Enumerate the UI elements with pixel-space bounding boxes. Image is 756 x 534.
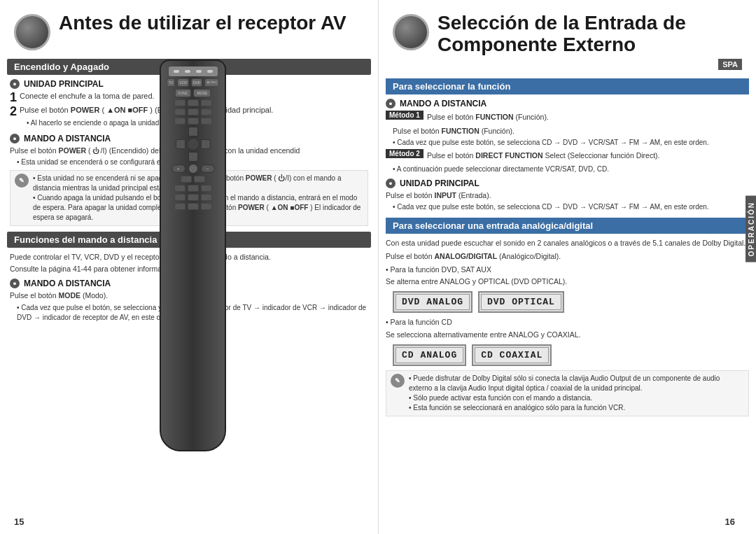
remote-btn-row-7 — [165, 185, 220, 192]
remote-btn-s17[interactable] — [201, 194, 212, 201]
remote-btn-s14[interactable] — [201, 185, 212, 192]
remote-btn-av[interactable]: AV REC — [204, 78, 219, 87]
spa-badge: SPA — [718, 59, 742, 70]
remote-btn-s19[interactable] — [188, 203, 199, 210]
method2-row: Método 2 Pulse el botón DIRECT FUNCTION … — [386, 149, 749, 162]
lcd-dvd-analog: DVD ANALOG — [396, 294, 470, 310]
section-analogica: Para seleccionar una entrada analógica/d… — [379, 218, 756, 416]
remote-btn-s10[interactable] — [181, 176, 192, 183]
dpad-right[interactable] — [201, 139, 211, 149]
remote-btn-row-5 — [165, 118, 220, 125]
lcd-row-2: CD ANALOG CD COAXIAL — [393, 344, 742, 366]
remote-btn-s1[interactable] — [174, 99, 186, 106]
remote-btn-row-1: TV VCR DVD AV REC — [165, 78, 220, 87]
remote-btn-function[interactable]: FUNC — [175, 89, 192, 97]
remote-body: TV VCR DVD AV REC FUNC MODE — [160, 59, 226, 451]
remote-btn-s4[interactable] — [174, 108, 186, 115]
remote-btn-row-3 — [165, 99, 220, 106]
lcd-cd-coaxial: CD COAXIAL — [475, 347, 549, 363]
remote-btn-s5[interactable] — [188, 108, 199, 115]
note-line-r2: • Sólo puede activar esta función con el… — [409, 393, 744, 403]
remote-btn-s3[interactable] — [201, 99, 212, 106]
bullet-icon-3: ● — [10, 279, 20, 288]
remote-btn-row-9 — [165, 203, 220, 210]
note-line-r3: • Esta función se seleccionará en analóg… — [409, 403, 744, 413]
lcd-cd-analog-wrapper: CD ANALOG — [393, 344, 466, 366]
remote-btn-s18[interactable] — [174, 203, 186, 210]
unidad-r-sub: Cada vez que pulse este botón, se selecc… — [393, 202, 749, 212]
remote-btn-s6[interactable] — [201, 108, 212, 115]
dpad-left[interactable] — [176, 139, 186, 149]
lcd-row-1: DVD ANALOG DVD OPTICAL — [393, 291, 742, 313]
remote-dpad — [176, 127, 211, 162]
remote-btn-mode[interactable]: MODE — [193, 89, 211, 97]
bullet-icon-2: ● — [10, 134, 20, 143]
section-analogica-title: Para seleccionar una entrada analógica/d… — [386, 218, 749, 234]
remote-vol-minus[interactable]: − — [201, 164, 215, 173]
left-page-title: Antes de utilizar el receptor AV — [59, 13, 346, 34]
right-title-block: Selección de la Entrada de Componente Ex… — [438, 13, 742, 70]
manual-page: Antes de utilizar el receptor AV Encendi… — [0, 0, 756, 534]
remote-btn-s2[interactable] — [188, 99, 199, 106]
remote-dot-1 — [174, 70, 179, 73]
lcd-dvd-optical-wrapper: DVD OPTICAL — [478, 291, 564, 313]
section-seleccionar: Para seleccionar la función ● MANDO A DI… — [379, 78, 756, 213]
remote-btn-s15[interactable] — [174, 194, 186, 201]
remote-btn-tv[interactable]: TV — [167, 78, 175, 87]
lcd-dvd-optical: DVD OPTICAL — [481, 294, 561, 310]
note-icon-r: ✎ — [391, 374, 405, 388]
remote-dot-3 — [196, 70, 202, 73]
method1-badge: Método 1 — [386, 111, 424, 120]
lcd-cd-coaxial-wrapper: CD COAXIAL — [472, 344, 552, 366]
remote-btn-s12[interactable] — [174, 185, 186, 192]
remote-control: TV VCR DVD AV REC FUNC MODE — [160, 59, 226, 451]
section-seleccionar-title: Para seleccionar la función — [386, 78, 749, 94]
operacion-label: OPERACIÓN — [746, 196, 756, 262]
method2-badge: Método 2 — [386, 149, 424, 158]
remote-vol-row: + − — [172, 164, 215, 174]
note-block-r: ✎ • Puede disfrutar de Dolby Digital sól… — [386, 370, 749, 416]
section-seleccionar-content: ● MANDO A DISTANCIA Método 1 Pulse el bo… — [379, 99, 756, 213]
page-number-left: 15 — [14, 517, 24, 527]
remote-btn-vcr[interactable]: VCR — [177, 78, 189, 87]
remote-btn-row-6 — [165, 176, 220, 183]
remote-btn-s7[interactable] — [174, 118, 186, 125]
remote-btn-dvd[interactable]: DVD — [191, 78, 203, 87]
remote-dot-4 — [207, 70, 213, 73]
remote-btn-s20[interactable] — [201, 203, 212, 210]
remote-btn-row-8 — [165, 194, 220, 201]
lcd-dvd-analog-wrapper: DVD ANALOG — [393, 291, 472, 313]
remote-center-btn[interactable] — [188, 164, 198, 174]
method2-sub: A continuación puede seleccionar directa… — [393, 164, 749, 174]
header-icon-right — [393, 14, 429, 50]
remote-btn-s16[interactable] — [188, 194, 199, 201]
section-analogica-content: Con esta unidad puede escuchar el sonido… — [379, 238, 756, 416]
dpad-up[interactable] — [188, 127, 198, 136]
remote-btn-s8[interactable] — [188, 118, 199, 125]
remote-vol-plus[interactable]: + — [172, 164, 186, 173]
method1-row: Método 1 Pulse el botón FUNCTION (Funció… — [386, 111, 749, 124]
method1-sub: Cada vez que pulse este botón, se selecc… — [393, 138, 749, 148]
right-page: Selección de la Entrada de Componente Ex… — [378, 0, 756, 534]
remote-btn-s13[interactable] — [188, 185, 199, 192]
remote-btn-row-2: FUNC MODE — [165, 89, 220, 97]
right-page-title: Selección de la Entrada de Componente Ex… — [438, 13, 742, 56]
dpad-down[interactable] — [188, 152, 198, 162]
header-icon-left — [14, 14, 50, 50]
remote-top-bar — [169, 66, 218, 76]
note-icon-1: ✎ — [15, 174, 29, 188]
bullet-icon-1: ● — [10, 79, 20, 89]
remote-btn-row-4 — [165, 108, 220, 115]
right-header: Selección de la Entrada de Componente Ex… — [379, 0, 756, 78]
dpad-center[interactable] — [187, 138, 200, 150]
note-line-r1: • Puede disfrutar de Dolby Digital sólo … — [409, 374, 744, 393]
remote-dot-2 — [185, 70, 190, 73]
unidad-principal-r-title: ● UNIDAD PRINCIPAL — [386, 178, 749, 188]
bullet-icon-r1: ● — [386, 99, 396, 108]
lcd-cd-analog: CD ANALOG — [396, 347, 463, 363]
bullet-icon-r2: ● — [386, 178, 396, 188]
mando-distancia-r-title: ● MANDO A DISTANCIA — [386, 99, 749, 108]
remote-btn-s11[interactable] — [194, 176, 205, 183]
remote-btn-s9[interactable] — [201, 118, 212, 125]
left-header: Antes de utilizar el receptor AV — [0, 0, 378, 59]
